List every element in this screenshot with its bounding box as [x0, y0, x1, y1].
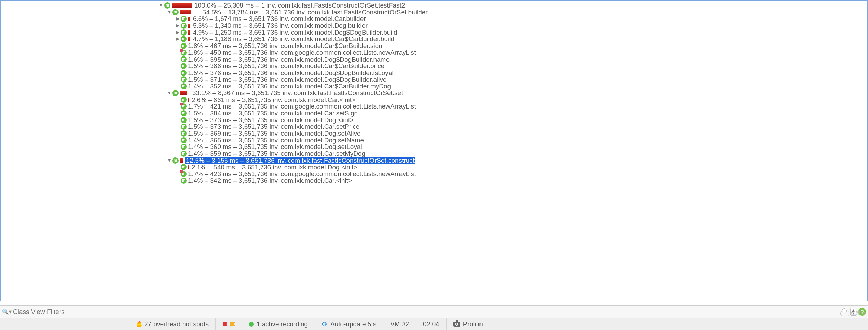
method-icon: [181, 29, 187, 36]
expand-arrow-icon[interactable]: ▶: [174, 36, 181, 42]
tree-row[interactable]: ▶5.3% – 1,340 ms – 3,651,736 inv. com.lx…: [1, 22, 867, 29]
method-icon: [181, 124, 187, 130]
method-icon: [181, 43, 187, 49]
tree-row[interactable]: ▶2.1% – 540 ms – 3,651,736 inv. com.lxk.…: [1, 164, 867, 171]
tree-row[interactable]: ▶1.4% – 365 ms – 3,651,735 inv. com.lxk.…: [1, 137, 867, 144]
tree-row[interactable]: ▶1.5% – 373 ms – 3,651,735 inv. com.lxk.…: [1, 117, 867, 124]
tree-row[interactable]: ▶1.6% – 395 ms – 3,651,736 inv. com.lxk.…: [1, 56, 867, 63]
tree-row[interactable]: ▶6.6% – 1,674 ms – 3,651,736 inv. com.lx…: [1, 15, 867, 22]
tree-row[interactable]: ▶1.4% – 352 ms – 3,651,736 inv. com.lxk.…: [1, 83, 867, 90]
tree-row[interactable]: ▶1.5% – 386 ms – 3,651,736 inv. com.lxk.…: [1, 63, 867, 69]
time-label: 02:04: [423, 320, 439, 328]
percent-bar: [188, 24, 191, 28]
tree-row-label: 1.4% – 359 ms – 3,651,735 inv. com.lxk.m…: [187, 150, 365, 157]
call-tree[interactable]: ▼100.0% – 25,308 ms – 1 inv. com.lxk.fas…: [1, 1, 867, 184]
tree-row-label: 1.7% – 421 ms – 3,651,735 inv. com.googl…: [187, 103, 416, 110]
expand-arrow-icon[interactable]: ▶: [174, 15, 181, 22]
collapse-arrow-icon[interactable]: ▼: [158, 2, 164, 9]
recording-dot-icon: [249, 322, 254, 327]
status-flags[interactable]: [215, 318, 242, 330]
status-time: 02:04: [416, 318, 446, 330]
collapse-arrow-icon[interactable]: ▼: [166, 9, 172, 16]
tree-row[interactable]: ▶1.7% – 421 ms – 3,651,735 inv. com.goog…: [1, 103, 867, 110]
method-icon: [172, 157, 179, 164]
method-icon: [181, 50, 187, 56]
method-icon: [181, 164, 187, 170]
method-icon: [181, 103, 187, 110]
method-icon: [181, 97, 187, 103]
status-recording[interactable]: 1 active recording: [242, 318, 315, 330]
tree-row-label: 33.1% – 8,367 ms – 3,651,735 inv. com.lx…: [192, 90, 403, 97]
tree-row-label: 1.5% – 384 ms – 3,651,735 inv. com.lxk.m…: [187, 110, 358, 117]
percent-bar: [188, 165, 189, 169]
tree-row-label: 1.8% – 467 ms – 3,651,736 inv. com.lxk.m…: [187, 42, 382, 49]
tree-row-label: 100.0% – 25,308 ms – 1 inv. com.lxk.fast…: [194, 2, 405, 9]
tree-row-label: 1.4% – 342 ms – 3,651,736 inv. com.lxk.m…: [187, 177, 352, 184]
tree-row[interactable]: ▶1.5% – 376 ms – 3,651,736 inv. com.lxk.…: [1, 69, 867, 76]
method-icon: [181, 130, 187, 137]
method-icon: [181, 56, 187, 62]
class-filter-input[interactable]: [13, 308, 850, 316]
cloud-icon: [840, 310, 849, 316]
tree-row[interactable]: ▶1.5% – 369 ms – 3,651,735 inv. com.lxk.…: [1, 130, 867, 137]
tree-row-label: 1.5% – 373 ms – 3,651,735 inv. com.lxk.m…: [187, 123, 359, 130]
method-icon: [172, 90, 179, 96]
tree-row[interactable]: ▶1.5% – 371 ms – 3,651,736 inv. com.lxk.…: [1, 76, 867, 83]
method-icon: [181, 144, 187, 150]
tree-row[interactable]: ▶1.4% – 360 ms – 3,651,735 inv. com.lxk.…: [1, 143, 867, 150]
flame-icon: [137, 321, 142, 327]
tree-row[interactable]: ▶2.6% – 661 ms – 3,651,735 inv. com.lxk.…: [1, 97, 867, 103]
tree-row-label: 6.6% – 1,674 ms – 3,651,736 inv. com.lxk…: [192, 15, 366, 22]
tree-row[interactable]: ▶1.8% – 467 ms – 3,651,736 inv. com.lxk.…: [1, 42, 867, 49]
tree-row-label: 1.7% – 423 ms – 3,651,736 inv. com.googl…: [187, 170, 416, 177]
status-autoupdate[interactable]: ⟳ Auto-update 5 s: [315, 318, 383, 330]
method-icon: [181, 117, 187, 123]
percent-bar: [188, 17, 191, 21]
tree-row-label: 1.8% – 450 ms – 3,651,736 inv. com.googl…: [187, 49, 416, 56]
tree-row-label: 1.4% – 360 ms – 3,651,735 inv. com.lxk.m…: [187, 143, 362, 150]
collapse-arrow-icon[interactable]: ▼: [166, 157, 172, 164]
percent-bar: [172, 3, 192, 8]
tree-row-label: 1.5% – 376 ms – 3,651,736 inv. com.lxk.m…: [187, 69, 394, 76]
status-vm[interactable]: VM #2: [383, 318, 416, 330]
method-icon: [181, 76, 187, 82]
tree-row[interactable]: ▶4.7% – 1,188 ms – 3,651,736 inv. com.lx…: [1, 36, 867, 42]
expand-arrow-icon[interactable]: ▶: [174, 22, 181, 29]
tree-row-label: 12.5% – 3,155 ms – 3,651,736 inv. com.lx…: [185, 157, 415, 164]
refresh-icon: ⟳: [322, 320, 328, 328]
tree-row[interactable]: ▼54.5% – 13,784 ms – 3,651,736 inv. com.…: [1, 9, 867, 16]
expand-arrow-icon[interactable]: ▶: [174, 29, 181, 36]
tree-row[interactable]: ▶1.5% – 373 ms – 3,651,735 inv. com.lxk.…: [1, 123, 867, 130]
tree-row[interactable]: ▼12.5% – 3,155 ms – 3,651,736 inv. com.l…: [1, 157, 867, 164]
filter-bar: 🔍▾ ▲▼ ?: [0, 305, 868, 318]
tree-row[interactable]: ▶1.7% – 423 ms – 3,651,736 inv. com.goog…: [1, 170, 867, 177]
method-icon: [181, 178, 187, 184]
recording-label: 1 active recording: [257, 320, 308, 328]
percent-bar: [188, 30, 191, 35]
tree-row[interactable]: ▶1.5% – 384 ms – 3,651,735 inv. com.lxk.…: [1, 110, 867, 117]
tree-row[interactable]: ▶1.4% – 359 ms – 3,651,735 inv. com.lxk.…: [1, 150, 867, 157]
method-icon: [181, 36, 187, 42]
method-icon: [181, 83, 187, 89]
status-hotspots[interactable]: 27 overhead hot spots: [130, 318, 215, 330]
tree-row[interactable]: ▼100.0% – 25,308 ms – 1 inv. com.lxk.fas…: [1, 2, 867, 9]
tree-row[interactable]: ▶4.9% – 1,250 ms – 3,651,736 inv. com.lx…: [1, 29, 867, 36]
tree-row[interactable]: ▶1.8% – 450 ms – 3,651,736 inv. com.goog…: [1, 49, 867, 56]
percent-bar: [180, 158, 184, 163]
flag-yellow-icon: [230, 322, 235, 327]
collapse-arrow-icon[interactable]: ▼: [166, 90, 172, 97]
status-profiling[interactable]: Profilin: [446, 318, 490, 330]
watermark: 亿速云: [840, 310, 866, 316]
status-bar: 27 overhead hot spots 1 active recording…: [0, 318, 868, 330]
method-icon: [181, 110, 187, 116]
tree-row[interactable]: ▶1.4% – 342 ms – 3,651,736 inv. com.lxk.…: [1, 177, 867, 184]
method-icon: [181, 137, 187, 143]
profiler-tree-panel: ▼100.0% – 25,308 ms – 1 inv. com.lxk.fas…: [0, 0, 868, 301]
method-icon: [181, 70, 187, 76]
tree-row-label: 5.3% – 1,340 ms – 3,651,736 inv. com.lxk…: [192, 22, 368, 29]
tree-row-label: 1.5% – 369 ms – 3,651,735 inv. com.lxk.m…: [187, 130, 360, 137]
percent-bar: [180, 10, 200, 14]
vm-label: VM #2: [390, 320, 409, 328]
tree-row[interactable]: ▼33.1% – 8,367 ms – 3,651,735 inv. com.l…: [1, 90, 867, 97]
tree-row-label: 4.9% – 1,250 ms – 3,651,736 inv. com.lxk…: [192, 29, 397, 36]
